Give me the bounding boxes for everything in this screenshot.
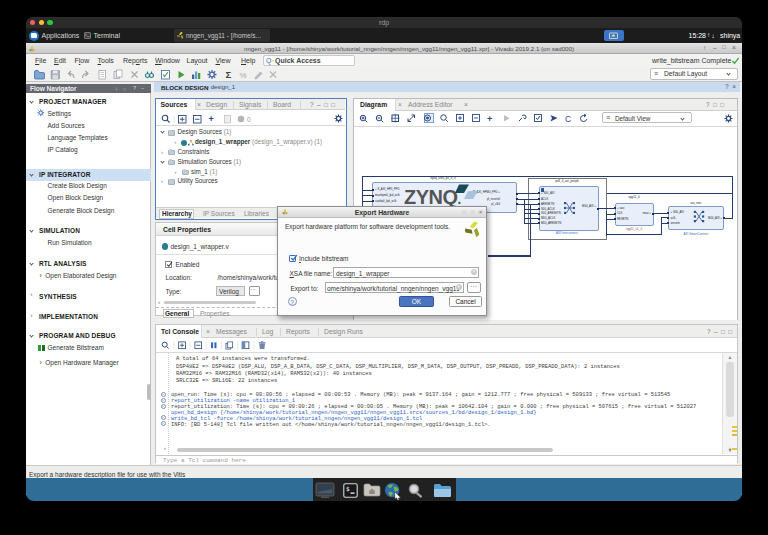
svg-text:+: + (487, 114, 492, 124)
svg-text:+: + (209, 114, 214, 124)
svg-text:$: $ (346, 485, 350, 492)
svg-text:0: 0 (247, 115, 251, 122)
svg-text:Σ: Σ (226, 69, 232, 80)
svg-text:%: % (240, 71, 247, 80)
svg-text:C: C (565, 114, 571, 124)
